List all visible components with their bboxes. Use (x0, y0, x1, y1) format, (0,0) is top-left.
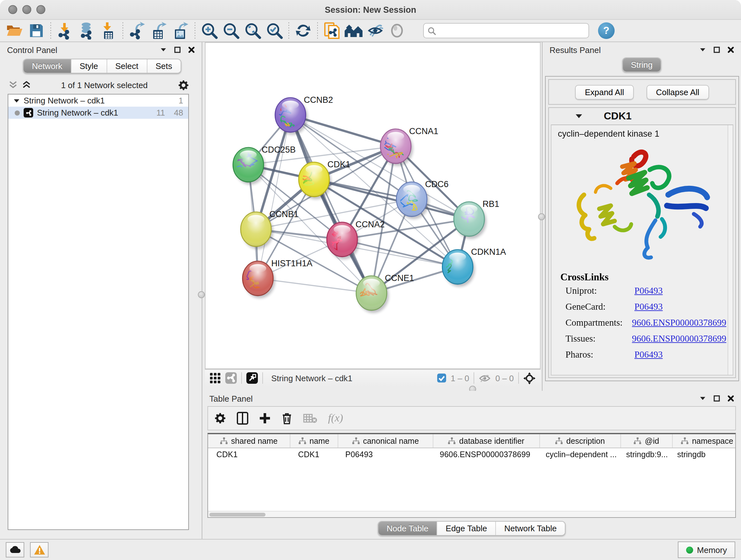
birds-eye-view-icon[interactable] (246, 372, 258, 384)
node-label-CDKN1A: CDKN1A (471, 247, 506, 257)
tab-string[interactable]: String (623, 58, 661, 71)
node-label-RB1: RB1 (482, 199, 499, 209)
network-graph[interactable]: CCNB2CCNA1CDC25BCDK1CDC6RB1CCNB1CCNA2CDK… (205, 43, 540, 369)
section-collapse-icon[interactable] (576, 114, 582, 118)
panel-menu-icon[interactable] (158, 45, 169, 54)
show-columns-icon[interactable] (237, 412, 248, 425)
results-vertical-scrollbar[interactable] (728, 125, 733, 375)
node-CDKN1A[interactable] (434, 250, 475, 287)
export-image-button[interactable] (170, 21, 192, 40)
tab-node-table[interactable]: Node Table (378, 522, 437, 535)
expand-all-button[interactable]: Expand All (576, 84, 634, 99)
panel-divider-grip[interactable] (198, 291, 205, 298)
tab-sets[interactable]: Sets (147, 59, 180, 73)
cdk1-section: CDK1 cyclin–dependent kinase 1 (548, 107, 736, 378)
network-canvas[interactable]: CCNB2CCNA1CDC25BCDK1CDC6RB1CCNB1CCNA2CDK… (205, 42, 541, 369)
import-table-button[interactable] (98, 21, 119, 40)
protein-description: cyclin–dependent kinase 1 (558, 129, 726, 138)
cloud-status-button[interactable] (6, 542, 24, 557)
float-panel-icon[interactable] (172, 45, 183, 54)
export-table-button[interactable] (148, 21, 170, 40)
column-header-@id[interactable]: @id (621, 434, 673, 448)
tab-edge-table[interactable]: Edge Table (437, 522, 496, 535)
toolbar-separator (317, 22, 318, 39)
save-session-button[interactable] (25, 21, 47, 40)
network-options-gear-icon[interactable] (178, 79, 189, 90)
eye-sphere-icon (389, 22, 405, 39)
grid-mode-icon[interactable] (210, 373, 221, 383)
close-panel-icon[interactable] (726, 45, 736, 54)
table-options-gear-icon[interactable] (214, 413, 226, 424)
zoom-out-button[interactable] (220, 21, 242, 40)
zoom-in-button[interactable] (199, 21, 220, 40)
panel-menu-icon[interactable] (697, 394, 708, 403)
column-header-name[interactable]: name (290, 434, 338, 448)
table-row[interactable]: CDK1CDK1P064939606.ENSP00000378699cyclin… (208, 448, 735, 461)
node-RB1[interactable] (454, 202, 486, 239)
search-input[interactable] (439, 25, 585, 36)
zoom-selected-button[interactable] (264, 21, 285, 40)
collapse-all-button[interactable]: Collapse All (647, 84, 709, 99)
panel-menu-icon[interactable] (697, 45, 708, 54)
table-horizontal-scrollbar[interactable] (208, 511, 735, 517)
import-network-button[interactable] (54, 21, 76, 40)
network-collection-row[interactable]: String Network – cdk1 1 (8, 95, 188, 107)
cdk1-section-header[interactable]: CDK1 (549, 108, 735, 125)
hide-unhide-button[interactable] (364, 21, 386, 40)
tab-network-table[interactable]: Network Table (496, 522, 565, 535)
clone-network-button[interactable] (321, 21, 343, 40)
collection-expand-icon[interactable] (14, 99, 19, 102)
crosslink-link[interactable]: 9606.ENSP00000378699 (632, 317, 726, 328)
close-panel-icon[interactable] (186, 45, 197, 54)
column-type-icon (220, 437, 228, 444)
table-tabs-row: Node TableEdge TableNetwork Table (202, 518, 741, 539)
pan-crosshair-icon[interactable] (523, 372, 536, 384)
scrollbar-thumb[interactable] (209, 512, 266, 516)
tab-select[interactable]: Select (107, 59, 147, 73)
node-CCNB2[interactable] (271, 98, 308, 135)
column-header-description[interactable]: description (540, 434, 621, 448)
column-header-database-identifier[interactable]: database identifier (433, 434, 540, 448)
column-type-icon (556, 437, 563, 444)
selected-checkbox-icon[interactable] (437, 374, 446, 382)
edge-CCNB2-HIST1H1A[interactable] (258, 115, 290, 278)
zoom-fit-button[interactable] (242, 21, 264, 40)
node-CCNA2[interactable] (327, 222, 359, 259)
delete-column-trash-icon[interactable] (281, 412, 292, 425)
apply-layout-button[interactable] (292, 21, 314, 40)
open-session-button[interactable] (4, 21, 25, 40)
export-network-button[interactable] (126, 21, 148, 40)
node-CCNA1[interactable] (377, 129, 413, 166)
control-panel: Control Panel NetworkStyleSelectSets 1 o… (0, 42, 202, 539)
column-header-namespace[interactable]: namespace (673, 434, 736, 448)
float-panel-icon[interactable] (712, 45, 722, 54)
node-CCNE1[interactable] (356, 276, 389, 313)
results-divider-grip[interactable] (538, 213, 545, 220)
warnings-button[interactable] (30, 542, 49, 557)
help-button[interactable]: ? (598, 22, 615, 39)
node-label-CDC25B: CDC25B (262, 145, 296, 154)
crosslink-link[interactable]: P06493 (634, 286, 663, 296)
home-stringapp-button[interactable] (343, 21, 364, 40)
add-column-icon[interactable] (259, 413, 271, 424)
tab-network[interactable]: Network (23, 59, 71, 73)
collapse-all-icon[interactable] (9, 81, 17, 89)
memory-button[interactable]: Memory (678, 542, 735, 558)
crosslink-link[interactable]: P06493 (634, 301, 663, 312)
network-share-mode-icon[interactable] (225, 372, 237, 384)
float-panel-icon[interactable] (712, 394, 722, 403)
expand-all-icon[interactable] (22, 81, 30, 89)
tab-style[interactable]: Style (71, 59, 107, 73)
node-CDC6[interactable] (396, 182, 429, 219)
column-header-canonical-name[interactable]: canonical name (338, 434, 433, 448)
import-network-from-database-button[interactable] (76, 21, 98, 40)
node-HIST1H1A[interactable] (231, 261, 275, 298)
network-row-selected[interactable]: String Network – cdk1 11 48 (8, 107, 188, 119)
node-CDC25B[interactable] (228, 147, 266, 185)
crosslink-link[interactable]: 9606.ENSP00000378699 (632, 333, 726, 344)
show-graphics-details-button[interactable] (386, 21, 408, 40)
edge-CCNA2-CDKN1A[interactable] (342, 240, 458, 267)
close-panel-icon[interactable] (726, 394, 736, 403)
column-header-shared-name[interactable]: shared name (208, 434, 290, 448)
crosslink-link[interactable]: P06493 (634, 349, 663, 360)
